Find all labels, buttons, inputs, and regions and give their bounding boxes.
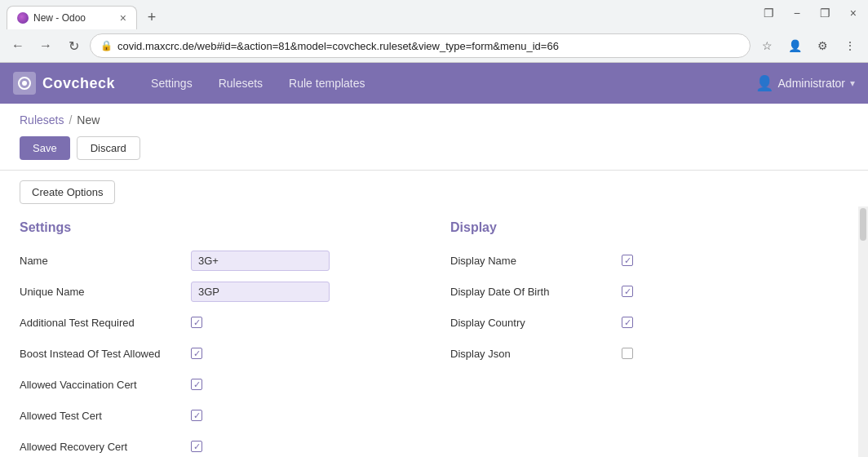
window-minimize-btn[interactable]: − bbox=[789, 5, 805, 21]
field-display-name-label: Display Name bbox=[450, 255, 622, 267]
scrollbar-thumb[interactable] bbox=[860, 208, 866, 241]
field-recovery-value bbox=[191, 441, 418, 452]
close-tab-button[interactable]: × bbox=[120, 11, 126, 24]
action-bar: Save Discard bbox=[0, 133, 868, 171]
breadcrumb-current: New bbox=[77, 113, 100, 126]
field-name-value bbox=[191, 251, 418, 271]
window-close-btn[interactable]: × bbox=[845, 5, 861, 21]
display-country-checkbox[interactable] bbox=[622, 317, 633, 328]
field-test-cert-row: Allowed Test Cert bbox=[20, 403, 418, 428]
nav-settings[interactable]: Settings bbox=[140, 72, 204, 95]
field-display-json-value bbox=[622, 348, 848, 359]
save-button[interactable]: Save bbox=[20, 136, 70, 160]
create-options-tab[interactable]: Create Options bbox=[20, 180, 115, 204]
field-display-name-row: Display Name bbox=[450, 248, 848, 273]
breadcrumb-separator: / bbox=[69, 113, 72, 126]
app-logo-icon bbox=[13, 72, 36, 95]
user-name: Administrator bbox=[778, 77, 845, 90]
user-icon: 👤 bbox=[755, 74, 773, 92]
lock-icon: 🔒 bbox=[100, 40, 113, 51]
app-nav: Settings Rulesets Rule templates bbox=[140, 72, 376, 95]
settings-section-title: Settings bbox=[20, 220, 418, 235]
recovery-checkbox[interactable] bbox=[191, 441, 202, 452]
field-unique-name-row: Unique Name bbox=[20, 279, 418, 304]
forward-button[interactable]: → bbox=[34, 34, 57, 57]
svg-point-1 bbox=[22, 81, 27, 86]
refresh-button[interactable]: ↻ bbox=[62, 34, 85, 57]
tab-title: New - Odoo bbox=[33, 12, 113, 24]
breadcrumb-parent[interactable]: Rulesets bbox=[20, 113, 64, 126]
discard-button[interactable]: Discard bbox=[77, 136, 140, 160]
user-dropdown-arrow: ▾ bbox=[850, 78, 855, 89]
test-cert-checkbox[interactable] bbox=[191, 410, 202, 421]
field-display-country-row: Display Country bbox=[450, 310, 848, 335]
field-vaccination-row: Allowed Vaccination Cert bbox=[20, 372, 418, 397]
unique-name-input[interactable] bbox=[191, 282, 330, 302]
field-name-label: Name bbox=[20, 255, 191, 267]
display-section-title: Display bbox=[450, 220, 848, 235]
field-vaccination-value bbox=[191, 379, 418, 390]
field-name-row: Name bbox=[20, 248, 418, 273]
address-text: covid.maxcrc.de/web#id=&action=81&model=… bbox=[117, 40, 740, 52]
display-dob-checkbox[interactable] bbox=[622, 286, 633, 297]
field-unique-name-value bbox=[191, 282, 418, 302]
field-additional-test-label: Additional Test Required bbox=[20, 317, 191, 329]
breadcrumb: Rulesets / New bbox=[0, 104, 868, 133]
form-body: Settings Name Unique Name Additional Tes… bbox=[0, 204, 868, 457]
field-boost-row: Boost Instead Of Test Allowed bbox=[20, 341, 418, 366]
app-logo-name: Covcheck bbox=[42, 75, 115, 92]
field-display-dob-value bbox=[622, 286, 848, 297]
content-area: Rulesets / New Save Discard Create Optio… bbox=[0, 104, 868, 457]
field-display-name-value bbox=[622, 255, 848, 266]
settings-section: Settings Name Unique Name Additional Tes… bbox=[20, 220, 418, 457]
additional-test-checkbox[interactable] bbox=[191, 317, 202, 328]
tab-favicon bbox=[17, 12, 29, 24]
active-tab[interactable]: New - Odoo × bbox=[7, 6, 137, 29]
scrollbar[interactable] bbox=[858, 206, 868, 457]
field-recovery-row: Allowed Recovery Cert bbox=[20, 434, 418, 457]
more-button[interactable]: ⋮ bbox=[839, 34, 861, 57]
field-display-dob-label: Display Date Of Birth bbox=[450, 286, 622, 298]
field-display-country-label: Display Country bbox=[450, 317, 622, 329]
window-maximize-btn[interactable]: ❐ bbox=[815, 5, 835, 21]
field-vaccination-label: Allowed Vaccination Cert bbox=[20, 379, 191, 391]
field-boost-label: Boost Instead Of Test Allowed bbox=[20, 348, 191, 360]
back-button[interactable]: ← bbox=[7, 34, 29, 57]
field-additional-test-row: Additional Test Required bbox=[20, 310, 418, 335]
field-display-dob-row: Display Date Of Birth bbox=[450, 279, 848, 304]
field-recovery-label: Allowed Recovery Cert bbox=[20, 441, 191, 453]
profile-button[interactable]: 👤 bbox=[783, 34, 806, 57]
field-boost-value bbox=[191, 348, 418, 359]
field-display-country-value bbox=[622, 317, 848, 328]
boost-checkbox[interactable] bbox=[191, 348, 202, 359]
user-area[interactable]: 👤 Administrator ▾ bbox=[755, 74, 855, 92]
browser-chrome: New - Odoo × + ❐ − ❐ × ← → ↻ 🔒 covid.max… bbox=[0, 0, 868, 63]
display-section: Display Display Name Display Date Of Bir… bbox=[450, 220, 848, 457]
field-test-cert-value bbox=[191, 410, 418, 421]
vaccination-checkbox[interactable] bbox=[191, 379, 202, 390]
field-display-json-row: Display Json bbox=[450, 341, 848, 366]
bookmark-button[interactable]: ☆ bbox=[755, 34, 778, 57]
display-json-checkbox[interactable] bbox=[622, 348, 633, 359]
new-tab-button[interactable]: + bbox=[140, 6, 163, 29]
app-header: Covcheck Settings Rulesets Rule template… bbox=[0, 63, 868, 104]
extensions-button[interactable]: ⚙ bbox=[811, 34, 834, 57]
name-input[interactable] bbox=[191, 251, 330, 271]
field-test-cert-label: Allowed Test Cert bbox=[20, 410, 191, 422]
form-tabs: Create Options bbox=[0, 171, 868, 204]
address-bar[interactable]: 🔒 covid.maxcrc.de/web#id=&action=81&mode… bbox=[90, 33, 751, 58]
field-additional-test-value bbox=[191, 317, 418, 328]
field-unique-name-label: Unique Name bbox=[20, 286, 191, 298]
nav-rule-templates[interactable]: Rule templates bbox=[277, 72, 376, 95]
display-name-checkbox[interactable] bbox=[622, 255, 633, 266]
app-logo[interactable]: Covcheck bbox=[13, 72, 115, 95]
field-display-json-label: Display Json bbox=[450, 348, 622, 360]
window-list-btn[interactable]: ❐ bbox=[759, 5, 779, 21]
nav-rulesets[interactable]: Rulesets bbox=[207, 72, 274, 95]
